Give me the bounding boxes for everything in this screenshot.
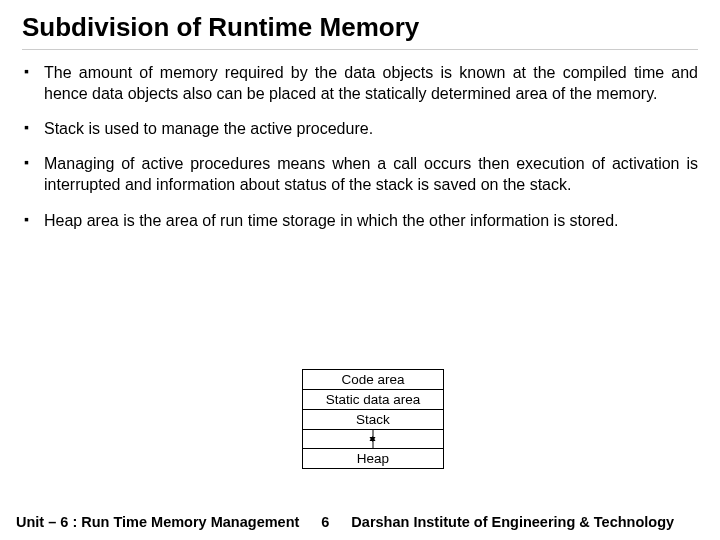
slide-footer: Unit – 6 : Run Time Memory Management 6 … bbox=[0, 514, 720, 540]
memory-diagram: Code area Static data area Stack Heap bbox=[302, 370, 444, 469]
diagram-row-code: Code area bbox=[302, 369, 444, 390]
list-item: Heap area is the area of run time storag… bbox=[22, 210, 698, 231]
diagram-row-static: Static data area bbox=[302, 389, 444, 410]
slide-title: Subdivision of Runtime Memory bbox=[22, 12, 698, 50]
diagram-row-heap: Heap bbox=[302, 448, 444, 469]
diagram-gap bbox=[302, 429, 444, 449]
diagram-row-stack: Stack bbox=[302, 409, 444, 430]
footer-unit: Unit – 6 : Run Time Memory Management bbox=[16, 514, 299, 530]
list-item: Managing of active procedures means when… bbox=[22, 153, 698, 195]
list-item: The amount of memory required by the dat… bbox=[22, 62, 698, 104]
list-item: Stack is used to manage the active proce… bbox=[22, 118, 698, 139]
footer-institute: Darshan Institute of Engineering & Techn… bbox=[351, 514, 704, 530]
arrow-up-icon bbox=[373, 440, 374, 448]
slide: Subdivision of Runtime Memory The amount… bbox=[0, 0, 720, 540]
bullet-list: The amount of memory required by the dat… bbox=[22, 62, 698, 231]
footer-page-number: 6 bbox=[299, 514, 351, 530]
